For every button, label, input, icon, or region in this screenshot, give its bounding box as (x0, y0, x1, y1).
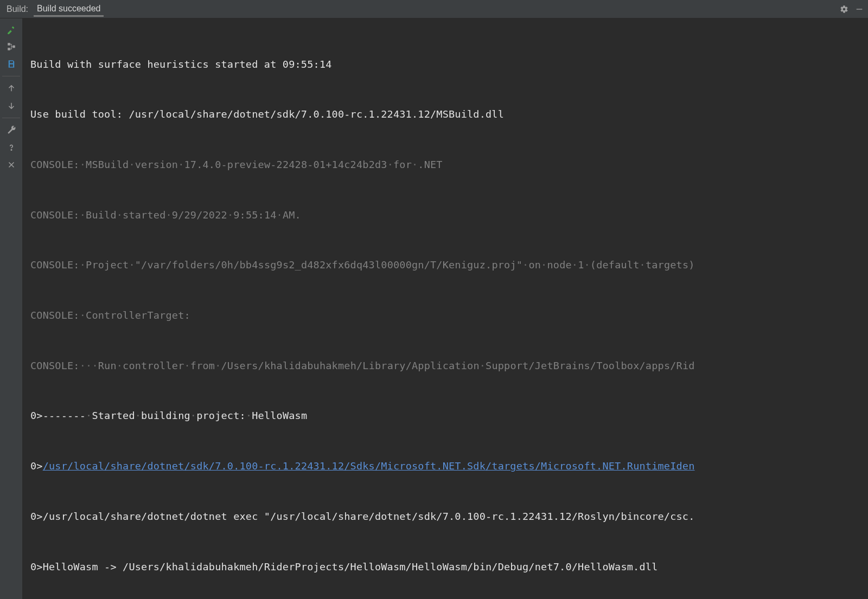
arrow-down-icon[interactable] (3, 98, 20, 113)
header-right (840, 5, 864, 14)
hammer-icon[interactable] (3, 22, 20, 37)
tree-icon[interactable] (3, 39, 20, 54)
gear-icon[interactable] (840, 5, 848, 14)
separator (2, 76, 20, 76)
console-line: 0>HelloWasm -> /Users/khalidabuhakmeh/Ri… (30, 559, 863, 576)
console-line: Build with surface heuristics started at… (30, 56, 863, 73)
console-line: Use build tool: /usr/local/share/dotnet/… (30, 106, 863, 123)
svg-point-4 (11, 150, 12, 151)
console-line: CONSOLE:·Project·"/var/folders/0h/bb4ssg… (30, 257, 863, 274)
console-line: CONSOLE:···Run·controller·from·/Users/kh… (30, 358, 863, 375)
build-tool-window: Build: Build succeeded (0, 0, 868, 599)
svg-rect-1 (8, 43, 10, 46)
build-label: Build: (7, 4, 28, 14)
svg-rect-3 (12, 46, 15, 48)
gutter-toolbar (0, 18, 23, 599)
help-icon[interactable] (3, 140, 20, 155)
wrench-icon[interactable] (3, 123, 20, 138)
console-line: CONSOLE:·MSBuild·version·17.4.0-preview-… (30, 157, 863, 173)
arrow-up-icon[interactable] (3, 81, 20, 96)
build-console[interactable]: Build with surface heuristics started at… (23, 18, 868, 599)
build-body: Build with surface heuristics started at… (0, 18, 868, 599)
console-line: CONSOLE:·Build·started·9/29/2022·9:55:14… (30, 207, 863, 224)
console-line: CONSOLE:·ControllerTarget: (30, 307, 863, 324)
console-line: 0>/usr/local/share/dotnet/dotnet exec "/… (30, 508, 863, 525)
tab-build-succeeded[interactable]: Build succeeded (34, 1, 104, 17)
sdk-link[interactable]: /usr/local/share/dotnet/sdk/7.0.100-rc.1… (43, 460, 695, 472)
close-icon[interactable] (3, 157, 20, 172)
svg-rect-2 (8, 48, 10, 50)
build-header: Build: Build succeeded (0, 0, 868, 18)
console-line: 0>-------·Started·building·project:·Hell… (30, 408, 863, 424)
header-left: Build: Build succeeded (7, 1, 104, 17)
minimize-icon[interactable] (855, 5, 864, 14)
save-icon[interactable] (3, 56, 20, 72)
separator (2, 118, 20, 118)
console-line: 0>/usr/local/share/dotnet/sdk/7.0.100-rc… (30, 458, 863, 475)
